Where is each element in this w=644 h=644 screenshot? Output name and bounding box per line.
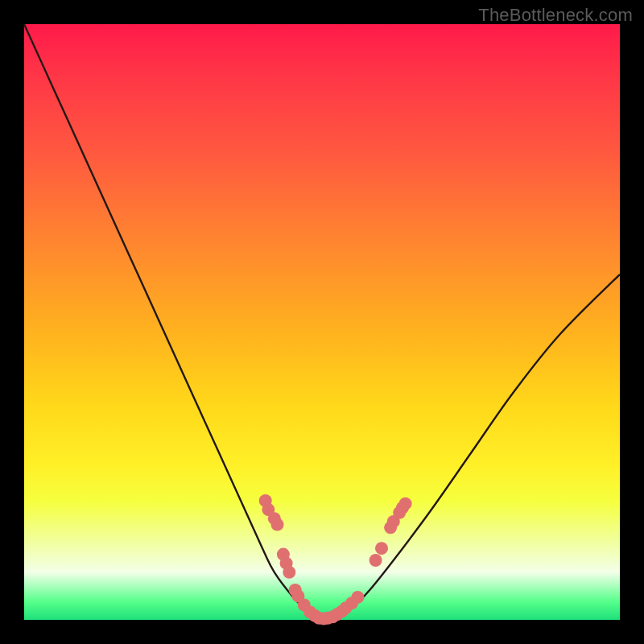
plot-area: [24, 24, 620, 620]
curve-marker: [271, 518, 284, 531]
curve-marker: [369, 554, 382, 567]
curve-marker: [283, 566, 295, 579]
chart-stage: TheBottleneck.com: [0, 0, 644, 644]
bottleneck-curve: [24, 24, 620, 620]
curve-marker: [375, 542, 388, 555]
watermark-text: TheBottleneck.com: [478, 5, 633, 26]
curve-markers: [259, 494, 412, 625]
curve-svg: [24, 24, 620, 620]
curve-marker: [351, 591, 364, 604]
curve-marker: [399, 497, 412, 510]
